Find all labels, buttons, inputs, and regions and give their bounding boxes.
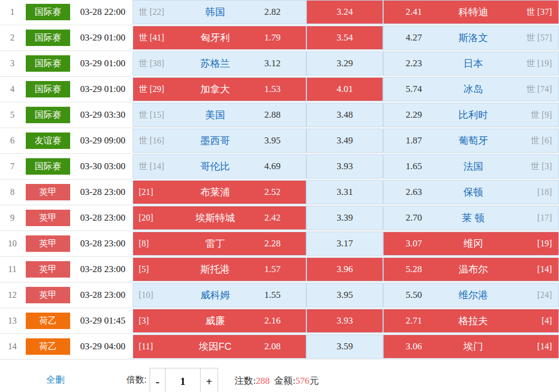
- away-odds-cell[interactable]: 2.23 日本 世 [19]: [383, 51, 559, 76]
- draw-odds-cell[interactable]: 3.48: [306, 103, 383, 127]
- draw-odds: 3.95: [336, 290, 353, 301]
- home-odds: 3.95: [249, 135, 296, 146]
- multiplier-label: 倍数:: [127, 374, 146, 386]
- away-odds-cell[interactable]: 5.50 维尔港 [24]: [383, 283, 559, 307]
- league-badge-wrap: 国际赛: [25, 4, 73, 20]
- home-team: 雷丁: [181, 237, 249, 250]
- match-row: 14 荷乙 03-29 04:00 [11] 埃因FC 2.08 3.59 3.…: [0, 335, 559, 359]
- league-badge: 国际赛: [26, 4, 70, 20]
- home-odds-cell[interactable]: 世 [15] 美国 2.88: [133, 103, 306, 127]
- home-odds-cell[interactable]: [11] 埃因FC 2.08: [133, 335, 306, 359]
- home-odds-cell[interactable]: 世 [41] 匈牙利 1.79: [133, 26, 306, 50]
- draw-odds-cell[interactable]: 4.01: [306, 77, 383, 101]
- home-odds: 1.57: [249, 264, 296, 275]
- match-time: 03-29 01:00: [73, 32, 133, 43]
- home-odds-cell[interactable]: [5] 斯托港 1.57: [133, 257, 306, 281]
- away-odds: 2.29: [390, 109, 437, 120]
- home-odds-cell[interactable]: 世 [22] 韩国 2.82: [133, 0, 306, 24]
- match-time: 03-28 23:00: [73, 212, 133, 223]
- home-team: 美国: [181, 108, 249, 122]
- away-odds-cell[interactable]: 3.06 埃门 [14]: [383, 335, 559, 359]
- draw-odds-cell[interactable]: 3.95: [306, 283, 383, 307]
- multiplier-minus-button[interactable]: -: [150, 368, 166, 392]
- draw-odds-cell[interactable]: 3.59: [306, 335, 383, 359]
- totals-summary: 注数:288金额:576元: [235, 374, 318, 387]
- league-badge-wrap: 国际赛: [25, 55, 73, 72]
- home-odds: 3.12: [249, 58, 296, 69]
- away-rank: [18]: [509, 187, 552, 197]
- away-odds-cell[interactable]: 5.74 冰岛 世 [74]: [383, 77, 559, 101]
- draw-odds-cell[interactable]: 3.31: [306, 180, 383, 204]
- draw-odds-cell[interactable]: 3.29: [306, 51, 383, 76]
- draw-odds-cell[interactable]: 3.49: [306, 129, 383, 153]
- draw-odds-cell[interactable]: 3.39: [306, 206, 383, 230]
- home-odds: 1.53: [249, 84, 296, 95]
- home-team: 苏格兰: [181, 57, 249, 70]
- home-odds-cell[interactable]: 世 [14] 哥伦比 4.69: [133, 154, 306, 178]
- away-rank: 世 [57]: [509, 32, 552, 44]
- away-odds-cell[interactable]: 1.65 法国 世 [3]: [383, 154, 559, 178]
- away-odds: 2.41: [390, 7, 437, 18]
- away-team: 维冈: [437, 237, 509, 250]
- league-badge-wrap: 英甲: [25, 210, 73, 226]
- away-odds-cell[interactable]: 2.70 莱 顿 [17]: [383, 206, 559, 230]
- multiplier-plus-button[interactable]: +: [201, 368, 218, 392]
- delete-all-link[interactable]: 全删: [46, 373, 65, 386]
- match-row: 8 英甲 03-28 23:00 [21] 布莱浦 2.52 3.31 2.63…: [0, 180, 559, 204]
- league-badge: 国际赛: [26, 158, 70, 175]
- match-time: 03-30 03:00: [73, 161, 133, 172]
- away-team: 埃门: [437, 340, 509, 353]
- league-badge: 英甲: [26, 184, 70, 200]
- away-odds-cell[interactable]: 3.07 维冈 [19]: [383, 232, 559, 256]
- away-odds-cell[interactable]: 2.41 科特迪 世 [37]: [383, 0, 559, 24]
- home-team: 威科姆: [181, 289, 249, 302]
- away-team: 科特迪: [437, 5, 509, 19]
- match-time: 03-29 09:00: [73, 135, 133, 146]
- away-odds-cell[interactable]: 4.27 斯洛文 世 [57]: [383, 26, 559, 50]
- home-team: 布莱浦: [181, 186, 249, 199]
- match-time: 03-29 01:45: [73, 315, 133, 326]
- home-odds-cell[interactable]: [8] 雷丁 2.28: [133, 232, 306, 256]
- home-odds-cell[interactable]: 世 [29] 加拿大 1.53: [133, 77, 306, 101]
- home-odds-cell[interactable]: [3] 威廉 2.16: [133, 309, 306, 333]
- draw-odds: 3.17: [336, 238, 353, 249]
- away-team: 比利时: [437, 108, 509, 122]
- home-odds-cell[interactable]: [21] 布莱浦 2.52: [133, 180, 306, 204]
- home-team: 哥伦比: [181, 160, 249, 173]
- league-badge: 国际赛: [26, 30, 70, 46]
- away-team: 斯洛文: [437, 31, 509, 44]
- home-odds-cell[interactable]: 世 [38] 苏格兰 3.12: [133, 51, 306, 76]
- league-badge-wrap: 英甲: [25, 184, 73, 200]
- away-odds-cell[interactable]: 5.28 温布尔 [14]: [383, 257, 559, 281]
- draw-odds-cell[interactable]: 3.93: [306, 309, 383, 333]
- home-rank: [10]: [139, 290, 181, 300]
- footer-bar: 全删 倍数: - 1 + 注数:288金额:576元: [0, 360, 559, 392]
- bet-slip-table: 1 国际赛 03-28 22:00 世 [22] 韩国 2.82 3.24 2.…: [0, 0, 559, 359]
- row-number: 5: [0, 110, 25, 120]
- match-row: 13 荷乙 03-29 01:45 [3] 威廉 2.16 3.93 2.71 …: [0, 309, 559, 333]
- league-badge: 友谊赛: [26, 132, 70, 149]
- home-odds-cell[interactable]: 世 [16] 墨西哥 3.95: [133, 129, 306, 153]
- away-rank: 世 [6]: [509, 135, 552, 147]
- league-badge: 国际赛: [26, 81, 70, 97]
- away-odds-cell[interactable]: 2.63 保顿 [18]: [383, 180, 559, 204]
- away-odds-cell[interactable]: 2.71 格拉夫 [4]: [383, 309, 559, 333]
- stake-label: 注数:: [235, 376, 256, 386]
- currency-label: 元: [309, 376, 318, 386]
- away-team: 莱 顿: [437, 211, 509, 224]
- draw-odds-cell[interactable]: 3.54: [306, 26, 383, 50]
- draw-odds-cell[interactable]: 3.96: [306, 257, 383, 281]
- away-odds-cell[interactable]: 2.29 比利时 世 [9]: [383, 103, 559, 127]
- draw-odds-cell[interactable]: 3.17: [306, 232, 383, 256]
- home-rank: 世 [22]: [139, 7, 181, 18]
- draw-odds: 3.39: [336, 212, 353, 223]
- draw-odds-cell[interactable]: 3.93: [306, 154, 383, 178]
- home-odds: 2.88: [249, 109, 296, 120]
- away-team: 维尔港: [437, 289, 509, 302]
- multiplier-value[interactable]: 1: [166, 368, 201, 392]
- draw-odds-cell[interactable]: 3.24: [306, 0, 383, 24]
- away-odds-cell[interactable]: 1.87 葡萄牙 世 [6]: [383, 129, 559, 153]
- home-odds-cell[interactable]: [10] 威科姆 1.55: [133, 283, 306, 307]
- home-odds-cell[interactable]: [20] 埃斯特城 2.42: [133, 206, 306, 230]
- match-time: 03-28 22:00: [73, 7, 133, 18]
